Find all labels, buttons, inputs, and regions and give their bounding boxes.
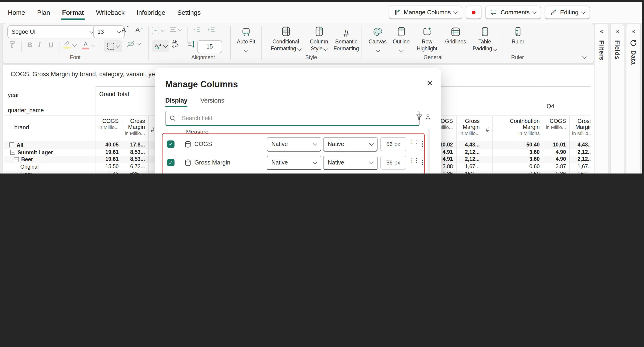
hide-values-button[interactable]: [126, 41, 140, 47]
cell-q3m[interactable]: 3.60: [492, 156, 540, 163]
refresh-icon[interactable]: [630, 39, 637, 47]
filter-funnel-icon[interactable]: [416, 114, 422, 121]
column-width-input[interactable]: 56px: [380, 137, 406, 151]
vertical-align-button[interactable]: [170, 27, 182, 32]
cell-q4c[interactable]: 3.87: [543, 163, 566, 170]
recording-indicator-button[interactable]: [466, 6, 482, 19]
search-input[interactable]: Search field: [165, 111, 420, 126]
cell-q4g[interactable]: 4,43...: [569, 141, 590, 149]
editing-mode-button[interactable]: Editing: [545, 6, 590, 19]
font-name-select[interactable]: Segoe UI: [8, 26, 98, 38]
collapse-toggle-icon[interactable]: [14, 157, 19, 162]
italic-button[interactable]: I: [38, 41, 41, 49]
highlight-color-button[interactable]: [63, 41, 71, 49]
cell-q4c[interactable]: 10.01: [543, 141, 566, 149]
aggregation-dropdown-2[interactable]: Native: [323, 137, 378, 152]
cell-q4c[interactable]: 4.90: [543, 156, 566, 163]
sidebar-panel-data[interactable]: « Data: [626, 23, 641, 174]
menu-settings[interactable]: Settings: [177, 9, 200, 16]
cell-q3m[interactable]: 3.60: [492, 149, 540, 156]
menu-writeback[interactable]: Writeback: [96, 9, 125, 16]
increase-indent-button[interactable]: [207, 27, 215, 32]
wrap-text-button[interactable]: Abc: [172, 40, 180, 48]
cell-q3g[interactable]: 2,12...: [456, 156, 480, 163]
menu-plan[interactable]: Plan: [37, 9, 50, 16]
cell-q3m[interactable]: 0.60: [492, 163, 540, 170]
column-style-button[interactable]: Column Style: [306, 26, 332, 52]
underline-button[interactable]: U: [48, 41, 54, 49]
row-height-input[interactable]: 15: [197, 40, 222, 53]
expand-panel-chevron-icon[interactable]: «: [616, 27, 619, 35]
increase-font-size-button[interactable]: A⌃: [122, 26, 130, 34]
cell-q3g[interactable]: 2,12...: [456, 149, 480, 156]
comments-button[interactable]: Comments: [486, 6, 541, 19]
row-label[interactable]: All: [9, 141, 23, 149]
header-gt-hash[interactable]: #: [151, 127, 154, 133]
expand-panel-chevron-icon[interactable]: «: [632, 27, 635, 35]
cell-q4c[interactable]: 4.90: [543, 149, 566, 156]
font-color-button[interactable]: A: [82, 41, 89, 50]
text-direction-button[interactable]: A: [152, 40, 169, 52]
drag-handle-icon[interactable]: ⋮⋮: [409, 157, 418, 164]
cell-q4g[interactable]: 1,67...: [569, 163, 590, 170]
ruler-button[interactable]: Ruler: [507, 26, 529, 45]
borders-button[interactable]: [104, 40, 122, 52]
tab-display[interactable]: Display: [165, 97, 188, 104]
cell-q4g[interactable]: 160....: [569, 170, 590, 174]
cell-q4g[interactable]: 2,12...: [569, 156, 590, 163]
cell-q4c[interactable]: 0.36: [543, 170, 566, 174]
expand-panel-chevron-icon[interactable]: «: [600, 27, 603, 35]
cell-gtg[interactable]: 6,72...: [122, 163, 145, 170]
aggregation-dropdown-2[interactable]: Native: [323, 156, 378, 170]
menu-infobridge[interactable]: Infobridge: [137, 9, 166, 16]
header-q4-gross-margin[interactable]: Gross Marginin Millio...: [569, 118, 590, 136]
manage-columns-button[interactable]: Manage Columns: [388, 6, 462, 19]
cell-q3m[interactable]: 0.60: [492, 170, 540, 174]
more-options-kebab-icon[interactable]: ⋮: [419, 140, 426, 148]
sidebar-panel-fields[interactable]: « Fields: [610, 23, 624, 174]
decrease-indent-button[interactable]: [193, 27, 201, 32]
column-width-input[interactable]: 56px: [380, 156, 406, 170]
decrease-font-size-button[interactable]: A⌄: [135, 26, 143, 34]
close-icon[interactable]: ×: [427, 79, 432, 88]
cell-q3g[interactable]: 1,67...: [456, 163, 480, 170]
menu-format[interactable]: Format: [62, 9, 84, 16]
row-height-icon[interactable]: [188, 41, 195, 48]
header-gt-cogs[interactable]: COGSin Millio...: [96, 118, 119, 130]
header-q4-cogs[interactable]: COGSin Millio...: [543, 118, 566, 130]
column-group-header-q4[interactable]: Q4: [546, 103, 554, 110]
row-highlight-button[interactable]: Row Highlight: [413, 26, 441, 52]
canvas-button[interactable]: Canvas: [366, 26, 390, 54]
cell-gtg[interactable]: 8,53...: [122, 156, 145, 163]
header-q3-gross-margin[interactable]: Gross Marginin Millio...: [456, 118, 480, 136]
aggregation-dropdown-1[interactable]: Native: [267, 156, 321, 170]
header-gt-gross-margin[interactable]: Gross Marginin Millio...: [122, 118, 145, 136]
outline-button[interactable]: Outline: [390, 26, 413, 54]
bold-button[interactable]: B: [27, 41, 32, 49]
cell-q3g[interactable]: 4,43...: [456, 141, 480, 149]
semantic-formatting-button[interactable]: # Semantic Formatting: [332, 26, 361, 52]
column-group-header-gt[interactable]: Grand Total: [99, 91, 129, 98]
menu-home[interactable]: Home: [8, 9, 25, 16]
cell-gtg[interactable]: 635....: [122, 170, 145, 174]
cell-gtc[interactable]: 15.50: [96, 163, 119, 170]
cell-gtc[interactable]: 19.61: [96, 149, 119, 156]
tab-versions[interactable]: Versions: [200, 97, 224, 104]
chevron-down-icon[interactable]: [91, 42, 95, 47]
cell-gtg[interactable]: 8,53...: [122, 149, 145, 156]
more-options-kebab-icon[interactable]: ⋮: [419, 158, 426, 166]
merge-cells-button[interactable]: [152, 27, 164, 34]
cell-q3m[interactable]: 50.40: [492, 141, 540, 149]
row-label[interactable]: Beer: [14, 156, 33, 163]
font-size-select[interactable]: 13: [93, 26, 125, 38]
gridlines-button[interactable]: Gridlines: [441, 26, 470, 45]
cell-gtc[interactable]: 40.05: [96, 141, 119, 149]
chevron-down-icon[interactable]: [72, 42, 77, 47]
table-padding-button[interactable]: Table Padding: [471, 26, 498, 52]
collapse-ribbon-chevron[interactable]: [582, 54, 586, 59]
row-label[interactable]: Light: [20, 170, 32, 174]
conditional-formatting-button[interactable]: Conditional Formatting: [266, 26, 306, 52]
cell-gtc[interactable]: 19.61: [96, 156, 119, 163]
checkbox-checked[interactable]: ✓: [167, 159, 174, 166]
collapse-toggle-icon[interactable]: [10, 150, 15, 155]
